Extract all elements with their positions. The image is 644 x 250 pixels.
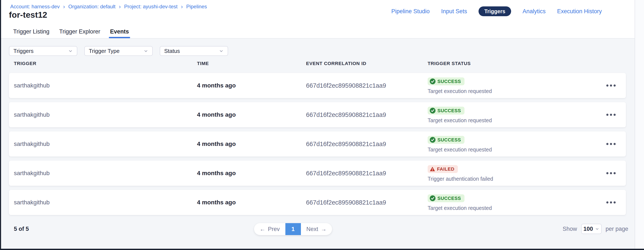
pagination: ← Prev 1 Next → [254, 223, 332, 235]
ellipsis-dot [614, 172, 616, 174]
next-label: Next [306, 226, 318, 232]
trigger-name: sarthakgithub [14, 111, 50, 118]
status-detail-text: Target execution requested [428, 117, 492, 123]
table-row: sarthakgithub4 months ago667d16f2ec89590… [9, 73, 626, 98]
trigger-name: sarthakgithub [14, 170, 50, 177]
ellipsis-dot [614, 143, 616, 145]
status-badge: SUCCESS [428, 107, 464, 114]
ellipsis-dot [610, 172, 612, 174]
column-header-time: TIME [197, 61, 209, 66]
vertical-scrollbar[interactable] [635, 0, 644, 249]
page-size-select[interactable]: 100 [581, 224, 602, 234]
status-detail-text: Trigger authentication failed [428, 176, 493, 182]
breadcrumb-link[interactable]: Pipelines [186, 4, 207, 10]
ellipsis-dot [606, 143, 608, 145]
events-table-body: sarthakgithub4 months ago667d16f2ec89590… [9, 73, 626, 219]
table-row: sarthakgithub4 months ago667d16f2ec89590… [9, 190, 626, 215]
trigger-type-filter-label: Trigger Type [89, 48, 120, 54]
page-title: for-test12 [9, 10, 47, 20]
nav-link-analytics[interactable]: Analytics [522, 8, 546, 15]
event-correlation-id: 667d16f2ec895908821c1aa9 [306, 141, 386, 148]
nav-link-triggers-active[interactable]: Triggers [478, 7, 511, 16]
breadcrumb-link[interactable]: Project: ayushi-dev-test [124, 4, 178, 10]
ellipsis-dot [606, 84, 608, 87]
chevron-down-icon [144, 49, 148, 53]
table-row: sarthakgithub4 months ago667d16f2ec89590… [9, 102, 626, 127]
event-correlation-id: 667d16f2ec895908821c1aa9 [306, 111, 386, 118]
pipeline-top-nav: Pipeline Studio Input Sets Triggers Anal… [391, 7, 602, 16]
nav-link-execution-history[interactable]: Execution History [557, 8, 602, 15]
ellipsis-dot [606, 114, 608, 116]
nav-link-pipeline-studio[interactable]: Pipeline Studio [391, 8, 430, 15]
check-circle-icon [430, 137, 436, 143]
column-header-event-correlation-id: EVENT CORRELATION ID [306, 61, 366, 66]
row-menu-button[interactable] [604, 199, 618, 206]
left-frame-edge [0, 0, 1, 250]
warning-triangle-icon [430, 166, 435, 172]
prev-page-button[interactable]: ← Prev [254, 223, 285, 235]
status-badge: SUCCESS [428, 136, 464, 144]
triggers-filter-select[interactable]: Triggers [9, 46, 77, 56]
per-page-label: per page [606, 226, 628, 232]
ellipsis-dot [610, 84, 612, 87]
status-badge-label: SUCCESS [438, 137, 461, 143]
trigger-name: sarthakgithub [14, 141, 50, 147]
prev-label: Prev [268, 226, 280, 232]
status-badge-label: SUCCESS [438, 196, 461, 201]
status-filter-select[interactable]: Status [160, 46, 228, 56]
ellipsis-dot [614, 201, 616, 203]
breadcrumb-link[interactable]: Account: harness-dev [10, 4, 60, 10]
check-circle-icon [430, 78, 436, 84]
breadcrumb-separator-icon: › [62, 4, 66, 9]
trigger-type-filter-select[interactable]: Trigger Type [84, 46, 153, 56]
tab-bar: Trigger Listing Trigger Explorer Events [13, 25, 129, 38]
status-badge-label: FAILED [437, 166, 454, 172]
arrow-left-icon: ← [260, 226, 265, 232]
breadcrumb-link[interactable]: Organization: default [68, 4, 116, 10]
events-table-header: TRIGGER TIME EVENT CORRELATION ID TRIGGE… [9, 61, 626, 67]
status-detail-text: Target execution requested [428, 88, 492, 94]
trigger-status-cell: SUCCESSTarget execution requested [428, 77, 492, 94]
breadcrumb: Account: harness-dev›Organization: defau… [10, 4, 207, 10]
table-row: sarthakgithub4 months ago667d16f2ec89590… [9, 161, 626, 186]
arrow-right-icon: → [321, 226, 326, 232]
status-badge-label: SUCCESS [438, 108, 461, 113]
breadcrumb-separator-icon: › [118, 4, 121, 9]
tab-trigger-explorer[interactable]: Trigger Explorer [59, 25, 100, 38]
triggers-events-page: Account: harness-dev›Organization: defau… [0, 0, 644, 250]
row-menu-button[interactable] [604, 170, 618, 176]
ellipsis-dot [610, 114, 612, 116]
event-correlation-id: 667d16f2ec895908821c1aa9 [306, 82, 386, 89]
row-menu-button[interactable] [604, 141, 618, 147]
check-circle-icon [430, 108, 436, 113]
chevron-down-icon [595, 227, 599, 231]
triggers-filter-label: Triggers [14, 48, 34, 54]
results-count: 5 of 5 [14, 226, 29, 232]
event-time: 4 months ago [197, 141, 236, 147]
ellipsis-dot [606, 201, 608, 203]
ellipsis-dot [610, 143, 612, 145]
breadcrumb-separator-icon: › [180, 4, 183, 9]
current-page-button[interactable]: 1 [285, 223, 301, 235]
table-row: sarthakgithub4 months ago667d16f2ec89590… [9, 132, 626, 157]
status-badge: SUCCESS [428, 194, 464, 202]
chevron-down-icon [219, 49, 224, 53]
trigger-name: sarthakgithub [14, 82, 50, 89]
event-time: 4 months ago [197, 170, 236, 177]
event-correlation-id: 667d16f2ec895908821c1aa9 [306, 170, 386, 177]
status-badge: SUCCESS [428, 77, 464, 85]
row-menu-button[interactable] [604, 82, 618, 89]
filter-bar: Triggers Trigger Type Status [9, 46, 228, 56]
status-filter-label: Status [164, 48, 180, 54]
trigger-name: sarthakgithub [14, 199, 50, 206]
tab-events[interactable]: Events [110, 25, 129, 38]
trigger-status-cell: SUCCESSTarget execution requested [428, 194, 492, 211]
page-size-value: 100 [584, 226, 593, 232]
nav-link-input-sets[interactable]: Input Sets [441, 8, 467, 15]
status-badge: FAILED [428, 165, 458, 173]
tab-trigger-listing[interactable]: Trigger Listing [13, 25, 50, 38]
row-menu-button[interactable] [604, 111, 618, 118]
next-page-button[interactable]: Next → [301, 223, 332, 235]
trigger-status-cell: FAILEDTrigger authentication failed [428, 165, 493, 182]
trigger-status-cell: SUCCESSTarget execution requested [428, 136, 492, 153]
